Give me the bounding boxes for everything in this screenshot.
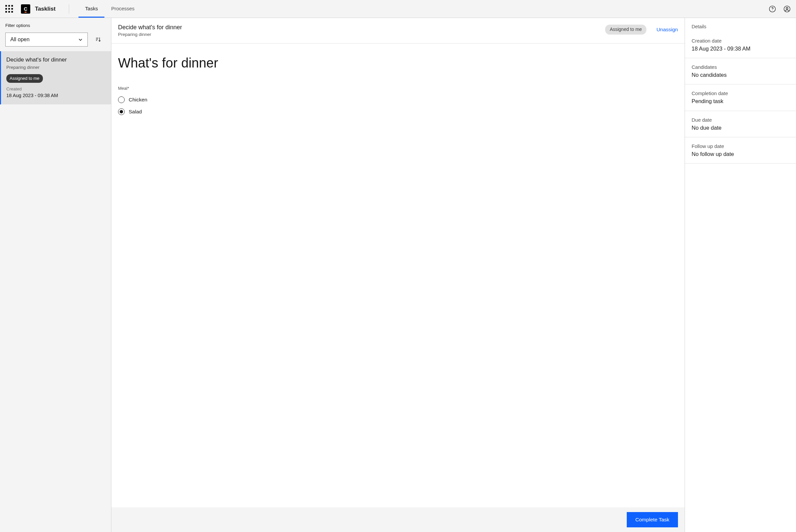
chevron-down-icon: [78, 37, 83, 42]
detail-value: Pending task: [691, 97, 789, 105]
nav-processes[interactable]: Processes: [105, 0, 141, 18]
task-detail-titleblock: Decide what's for dinner Preparing dinne…: [118, 23, 182, 38]
details-panel: Details Creation date 18 Aug 2023 - 09:3…: [685, 18, 796, 532]
detail-value: No due date: [691, 124, 789, 132]
task-detail-process: Preparing dinner: [118, 32, 182, 38]
user-icon[interactable]: [783, 5, 791, 13]
complete-task-button[interactable]: Complete Task: [627, 512, 678, 527]
unassign-link[interactable]: Unassign: [656, 26, 678, 33]
app-title: Tasklist: [35, 5, 56, 13]
filter-label: Filter options: [5, 23, 106, 28]
radio-chicken[interactable]: Chicken: [118, 96, 678, 103]
filter-select-value: All open: [10, 36, 30, 43]
task-form: What's for dinner Meal* Chicken Salad: [111, 43, 685, 507]
task-list-panel: Filter options All open Decide what's fo…: [0, 18, 111, 532]
filter-row: All open: [5, 33, 106, 46]
sort-icon[interactable]: [95, 37, 101, 42]
detail-completion: Completion date Pending task: [685, 84, 796, 111]
task-item-created-label: Created: [6, 86, 106, 92]
header-right: [769, 0, 791, 18]
detail-value: No candidates: [691, 71, 789, 79]
help-icon[interactable]: [769, 5, 776, 13]
task-item-created-value: 18 Aug 2023 - 09:38 AM: [6, 92, 106, 99]
svg-point-3: [786, 7, 788, 8]
assigned-badge: Assigned to me: [605, 25, 647, 35]
radio-label: Chicken: [129, 96, 147, 103]
radio-button-icon: [118, 96, 125, 103]
detail-label: Creation date: [691, 37, 789, 44]
nav-tasks[interactable]: Tasks: [78, 0, 105, 18]
assigned-badge: Assigned to me: [6, 74, 43, 83]
detail-due: Due date No due date: [685, 111, 796, 137]
detail-label: Completion date: [691, 90, 789, 97]
svg-point-1: [772, 10, 772, 11]
detail-value: No follow up date: [691, 150, 789, 158]
detail-value: 18 Aug 2023 - 09:38 AM: [691, 45, 789, 53]
main-layout: Filter options All open Decide what's fo…: [0, 18, 796, 532]
task-footer: Complete Task: [111, 507, 685, 532]
detail-followup: Follow up date No follow up date: [685, 137, 796, 164]
top-nav: Tasks Processes: [78, 0, 141, 18]
filter-select[interactable]: All open: [5, 33, 88, 46]
task-list-item[interactable]: Decide what's for dinner Preparing dinne…: [0, 51, 111, 104]
header-left: C Tasklist Tasks Processes: [5, 0, 141, 18]
detail-label: Candidates: [691, 63, 789, 71]
filter-area: Filter options All open: [0, 18, 111, 51]
task-item-title: Decide what's for dinner: [6, 56, 106, 64]
radio-button-icon: [118, 108, 125, 115]
detail-label: Follow up date: [691, 142, 789, 150]
separator: [69, 4, 69, 14]
camunda-logo: C: [21, 4, 30, 14]
radio-salad[interactable]: Salad: [118, 108, 678, 115]
task-detail-panel: Decide what's for dinner Preparing dinne…: [111, 18, 685, 532]
app-launcher-icon[interactable]: [5, 5, 13, 13]
detail-label: Due date: [691, 116, 789, 124]
detail-creation: Creation date 18 Aug 2023 - 09:38 AM: [685, 32, 796, 58]
task-detail-title: Decide what's for dinner: [118, 23, 182, 32]
meal-field-label: Meal*: [118, 86, 678, 92]
details-heading: Details: [685, 18, 796, 32]
task-list: Decide what's for dinner Preparing dinne…: [0, 51, 111, 532]
detail-candidates: Candidates No candidates: [685, 58, 796, 84]
task-item-process: Preparing dinner: [6, 64, 106, 71]
task-detail-actions: Assigned to me Unassign: [605, 25, 678, 35]
form-heading: What's for dinner: [118, 54, 678, 72]
task-detail-header: Decide what's for dinner Preparing dinne…: [111, 18, 685, 43]
radio-label: Salad: [129, 108, 142, 115]
app-header: C Tasklist Tasks Processes: [0, 0, 796, 18]
